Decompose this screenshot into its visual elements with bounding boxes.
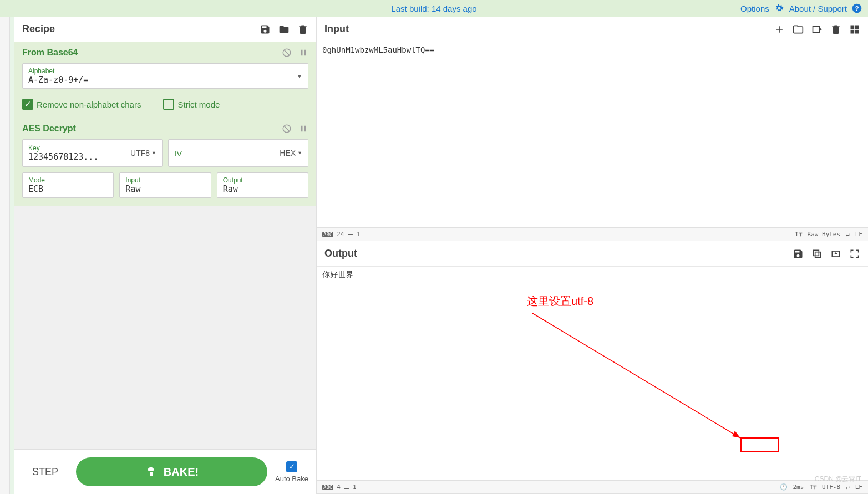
- input-line-count: 1: [357, 231, 361, 238]
- input-header: Input: [317, 17, 868, 42]
- open-folder-icon[interactable]: [793, 24, 804, 35]
- move-to-input-icon[interactable]: [830, 248, 841, 259]
- clock-icon: 🕐: [780, 483, 788, 491]
- alphabet-value: A-Za-z0-9+/=: [28, 75, 88, 85]
- clear-input-icon[interactable]: [830, 24, 841, 35]
- svg-rect-9: [304, 126, 306, 132]
- svg-rect-8: [301, 126, 303, 132]
- key-field[interactable]: Key 12345678123... UTF8 ▼: [22, 139, 163, 167]
- input-title: Input: [324, 23, 349, 35]
- svg-rect-5: [304, 50, 306, 56]
- autobake-checkbox[interactable]: ✓: [286, 461, 297, 472]
- save-icon[interactable]: [260, 24, 271, 35]
- remove-chars-label: Remove non-alphabet chars: [37, 100, 141, 109]
- svg-rect-12: [851, 25, 855, 29]
- mode-field[interactable]: Mode ECB: [22, 172, 114, 198]
- recipe-header: Recipe: [14, 17, 316, 42]
- output-textarea[interactable]: 你好世界: [317, 267, 868, 480]
- step-button[interactable]: STEP: [22, 462, 68, 482]
- iv-encoding[interactable]: HEX ▼: [280, 149, 302, 157]
- mode-value: ECB: [28, 184, 43, 194]
- input-textarea[interactable]: 0ghUnM1wbzwML5auHbwlTQ==: [317, 42, 868, 227]
- output-eol[interactable]: LF: [855, 483, 862, 491]
- trash-icon[interactable]: [297, 24, 308, 35]
- mode-label: Mode: [28, 176, 108, 184]
- checkbox-checked-icon: ✓: [22, 99, 33, 110]
- aes-input-value: Raw: [125, 184, 140, 194]
- input-char-count: 24: [337, 231, 344, 238]
- folder-icon[interactable]: [278, 24, 290, 35]
- bake-button[interactable]: BAKE!: [76, 457, 267, 486]
- svg-rect-14: [851, 29, 855, 33]
- aes-output-field[interactable]: Output Raw: [217, 172, 308, 198]
- aes-input-label: Input: [125, 176, 205, 184]
- abc-icon: ABC: [322, 485, 333, 490]
- svg-line-7: [285, 126, 290, 131]
- add-tab-icon[interactable]: [774, 24, 785, 35]
- op-from-base64: From Base64 Alphabet A-Za-z0-9+/= ▼ ✓: [14, 42, 316, 118]
- strict-mode-label: Strict mode: [177, 100, 220, 109]
- input-status-bar: ABC 24 ☰ 1 Tᴛ Raw Bytes ↵ LF: [317, 227, 868, 241]
- about-link[interactable]: About / Support: [789, 4, 847, 13]
- key-value: 12345678123...: [28, 152, 98, 162]
- pause-icon[interactable]: [298, 124, 308, 134]
- watermark: CSDN @云霄IT: [815, 475, 861, 484]
- output-char-count: 4: [337, 483, 341, 491]
- save-output-icon[interactable]: [793, 248, 804, 259]
- alphabet-label: Alphabet: [28, 67, 302, 75]
- help-icon[interactable]: ?: [851, 3, 862, 14]
- last-build-label: Last build: 14 days ago: [391, 4, 476, 13]
- remove-chars-checkbox[interactable]: ✓ Remove non-alphabet chars: [22, 99, 141, 110]
- chevron-down-icon[interactable]: ▼: [297, 73, 302, 79]
- op-name-aes: AES Decrypt: [22, 124, 76, 134]
- reset-layout-icon[interactable]: [849, 24, 860, 35]
- output-encoding[interactable]: UTF-8: [822, 483, 840, 491]
- left-margin-2: [10, 17, 14, 494]
- svg-rect-4: [301, 50, 303, 56]
- disable-icon[interactable]: [282, 124, 292, 134]
- gear-icon[interactable]: [774, 3, 785, 14]
- text-format-icon[interactable]: Tᴛ: [809, 483, 816, 491]
- output-title: Output: [324, 248, 357, 259]
- chef-icon: [145, 465, 158, 478]
- strict-mode-checkbox[interactable]: Strict mode: [163, 99, 220, 110]
- iv-field[interactable]: IV HEX ▼: [168, 139, 308, 167]
- maximize-icon[interactable]: [849, 248, 860, 259]
- svg-text:?: ?: [855, 4, 859, 12]
- recipe-title: Recipe: [22, 23, 55, 35]
- top-banner: Last build: 14 days ago Options About / …: [0, 0, 868, 17]
- autobake-label: Auto Bake: [275, 475, 308, 483]
- lines-icon: ☰: [348, 231, 353, 238]
- bake-label: BAKE!: [164, 466, 199, 478]
- op-aes-decrypt: AES Decrypt Key 12345678123... UT: [14, 118, 316, 206]
- alphabet-field[interactable]: Alphabet A-Za-z0-9+/= ▼: [22, 63, 308, 89]
- output-header: Output: [317, 241, 868, 267]
- left-margin: [0, 17, 10, 494]
- aes-input-field[interactable]: Input Raw: [119, 172, 211, 198]
- key-encoding[interactable]: UTF8 ▼: [130, 149, 156, 157]
- key-label: Key: [28, 144, 98, 152]
- input-encoding[interactable]: Raw Bytes: [808, 231, 841, 238]
- pause-icon[interactable]: [298, 48, 308, 58]
- abc-icon: ABC: [322, 232, 333, 237]
- svg-rect-15: [855, 29, 859, 33]
- output-line-count: 1: [353, 483, 357, 491]
- aes-output-value: Raw: [223, 184, 238, 194]
- copy-icon[interactable]: [811, 248, 823, 259]
- input-eol[interactable]: LF: [855, 231, 862, 238]
- svg-rect-16: [815, 252, 821, 257]
- checkbox-unchecked-icon: [163, 99, 174, 110]
- text-format-icon[interactable]: Tᴛ: [795, 231, 802, 238]
- svg-rect-13: [855, 25, 859, 29]
- open-file-icon[interactable]: [811, 24, 823, 35]
- eol-icon: ↵: [846, 231, 850, 238]
- output-status-bar: ABC 4 ☰ 1 🕐 2ms Tᴛ UTF-8 ↵ LF: [317, 480, 868, 493]
- disable-icon[interactable]: [282, 48, 292, 58]
- svg-rect-17: [813, 250, 819, 256]
- op-name-base64: From Base64: [22, 48, 78, 58]
- lines-icon: ☰: [344, 483, 349, 491]
- options-link[interactable]: Options: [740, 4, 769, 13]
- eol-icon: ↵: [846, 483, 850, 491]
- output-time: 2ms: [793, 483, 804, 491]
- aes-output-label: Output: [223, 176, 302, 184]
